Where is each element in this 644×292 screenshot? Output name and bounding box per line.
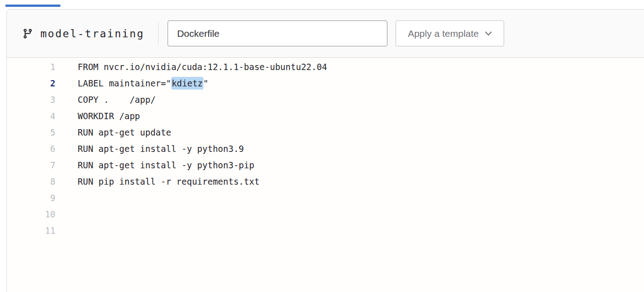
chevron-down-icon	[485, 31, 492, 36]
line-number[interactable]: 3	[7, 91, 55, 108]
code-text: FROM nvcr.io/nvidia/cuda:12.1.1-base-ubu…	[78, 59, 327, 75]
code-text: LABEL maintainer="kdietz"	[78, 75, 208, 91]
code-line[interactable]: 5RUN apt-get update	[7, 124, 644, 141]
line-number[interactable]: 7	[7, 157, 55, 173]
toolbar-divider	[158, 22, 159, 45]
editor-toolbar: model-training Apply a template	[7, 10, 644, 58]
line-number[interactable]: 6	[7, 141, 55, 157]
file-editor-panel: model-training Apply a template 1FROM nv…	[6, 9, 644, 292]
code-text: RUN apt-get install -y python3.9	[78, 141, 244, 157]
code-text: RUN apt-get update	[78, 124, 171, 141]
code-line[interactable]: 1FROM nvcr.io/nvidia/cuda:12.1.1-base-ub…	[7, 59, 644, 75]
line-number[interactable]: 5	[7, 124, 55, 141]
line-number[interactable]: 1	[7, 59, 55, 75]
code-line[interactable]: 3COPY . /app/	[7, 91, 644, 108]
code-line[interactable]: 9	[7, 190, 644, 206]
code-line[interactable]: 2LABEL maintainer="kdietz"	[7, 75, 644, 91]
code-line[interactable]: 8RUN pip install -r requirements.txt	[7, 173, 644, 190]
apply-template-button[interactable]: Apply a template	[396, 20, 504, 46]
line-number[interactable]: 8	[7, 173, 55, 190]
code-line[interactable]: 10	[7, 206, 644, 222]
git-branch-icon	[22, 28, 33, 39]
branch-name: model-training	[40, 28, 144, 40]
code-text: WORKDIR /app	[78, 108, 140, 124]
line-number[interactable]: 10	[7, 206, 55, 222]
filename-input[interactable]	[168, 20, 387, 46]
code-line[interactable]: 11	[7, 222, 644, 239]
line-number[interactable]: 9	[7, 190, 55, 206]
line-number[interactable]: 2	[7, 75, 55, 91]
code-line[interactable]: 6RUN apt-get install -y python3.9	[7, 141, 644, 157]
code-line[interactable]: 7RUN apt-get install -y python3-pip	[7, 157, 644, 173]
code-editor[interactable]: 1FROM nvcr.io/nvidia/cuda:12.1.1-base-ub…	[7, 58, 644, 239]
code-text: RUN apt-get install -y python3-pip	[78, 157, 254, 173]
line-number[interactable]: 4	[7, 108, 55, 124]
code-line[interactable]: 4WORKDIR /app	[7, 108, 644, 124]
selected-text: kdietz	[171, 77, 203, 90]
code-text: RUN pip install -r requirements.txt	[78, 173, 259, 190]
apply-template-label: Apply a template	[408, 28, 479, 39]
line-number[interactable]: 11	[7, 222, 55, 239]
active-tab-indicator	[5, 5, 60, 7]
code-text: COPY . /app/	[78, 91, 156, 108]
